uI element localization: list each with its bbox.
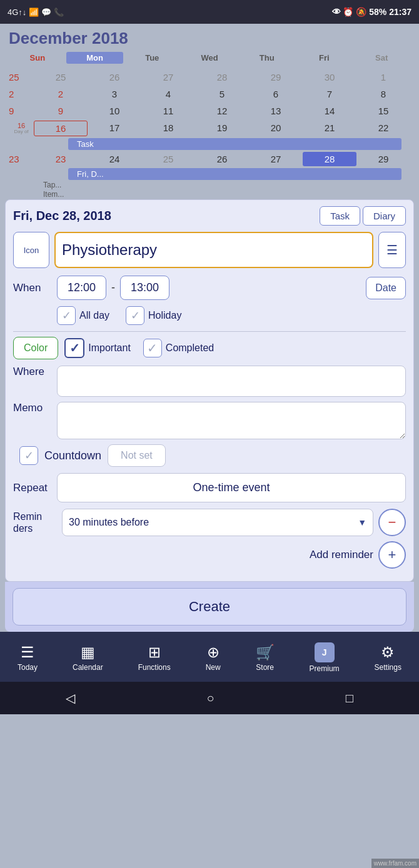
nav-calendar[interactable]: ▦ Calendar xyxy=(73,644,103,672)
menu-button[interactable]: ☰ xyxy=(378,232,406,268)
remove-reminder-button[interactable]: − xyxy=(378,509,406,536)
nav-store[interactable]: 🛒 Store xyxy=(256,644,275,672)
cal-cell-1-7[interactable]: 1 xyxy=(356,70,410,84)
add-reminder-row: Add reminder + xyxy=(13,541,406,569)
cal-cell-2-1[interactable]: 2 xyxy=(34,87,88,101)
cal-row-3: 9 9 10 11 12 13 14 15 xyxy=(0,102,419,119)
cal-cell-4-4[interactable]: 19 xyxy=(195,121,249,136)
cal-cell-5-1[interactable]: 23 xyxy=(34,152,88,166)
plus-icon: + xyxy=(388,547,396,563)
nav-settings[interactable]: ⚙ Settings xyxy=(375,644,401,672)
time-start-button[interactable]: 12:00 xyxy=(57,276,106,300)
holiday-checkbox[interactable]: ✓ xyxy=(126,306,144,325)
item-hint: Item... xyxy=(34,190,410,199)
week-num-2: 2 xyxy=(9,89,34,99)
recent-button[interactable]: □ xyxy=(346,691,353,706)
cal-cell-2-6[interactable]: 7 xyxy=(303,87,356,101)
nav-new[interactable]: ⊕ New xyxy=(206,644,221,672)
time-end-button[interactable]: 13:00 xyxy=(120,276,169,300)
cal-cell-4-7[interactable]: 22 xyxy=(356,121,410,136)
cal-cell-5-2[interactable]: 24 xyxy=(88,152,141,166)
cal-cell-5-6[interactable]: 28 xyxy=(303,152,356,166)
cal-cell-2-3[interactable]: 4 xyxy=(141,87,195,101)
title-row: Icon ☰ xyxy=(13,232,406,268)
cal-cell-1-5[interactable]: 29 xyxy=(249,70,303,84)
cal-cell-3-6[interactable]: 14 xyxy=(303,104,356,118)
repeat-row: Repeat One-time event xyxy=(13,473,406,502)
fri-bar: Fri, D... xyxy=(68,168,401,180)
cal-cell-2-2[interactable]: 3 xyxy=(88,87,141,101)
cal-cell-3-7[interactable]: 15 xyxy=(356,104,410,118)
cal-cell-1-3[interactable]: 27 xyxy=(141,70,195,84)
reminders-label: Reminders xyxy=(13,511,57,534)
signal-icon: 4G↑↓ xyxy=(8,7,26,17)
event-modal: Fri, Dec 28, 2018 Task Diary Icon ☰ When… xyxy=(5,199,414,582)
completed-checkbox[interactable]: ✓ xyxy=(143,339,162,357)
date-button[interactable]: Date xyxy=(366,277,406,299)
cal-cell-1-4[interactable]: 28 xyxy=(195,70,249,84)
cal-cell-1-1[interactable]: 25 xyxy=(34,70,88,84)
modal-header: Fri, Dec 28, 2018 Task Diary xyxy=(13,206,406,226)
cal-cell-5-3[interactable]: 25 xyxy=(141,152,195,166)
nav-functions[interactable]: ⊞ Functions xyxy=(138,644,171,672)
options-row: Color ✓ Important ✓ Completed xyxy=(13,337,406,359)
cal-cell-4-2[interactable]: 17 xyxy=(88,121,141,136)
cal-cell-3-3[interactable]: 11 xyxy=(141,104,195,118)
allday-checkbox[interactable]: ✓ xyxy=(57,306,76,325)
cal-cell-1-6[interactable]: 30 xyxy=(303,70,356,84)
week-num-5: 23 xyxy=(9,154,34,164)
cal-cell-4-6[interactable]: 21 xyxy=(303,121,356,136)
color-button[interactable]: Color xyxy=(13,337,58,359)
nav-premium-label: Premium xyxy=(310,664,340,673)
divider-1 xyxy=(13,331,406,332)
tab-task[interactable]: Task xyxy=(320,206,360,226)
cal-cell-5-4[interactable]: 26 xyxy=(195,152,249,166)
countdown-checkbox[interactable]: ✓ xyxy=(19,446,38,465)
important-checkbox[interactable]: ✓ xyxy=(64,338,84,358)
memo-row: Memo xyxy=(13,402,406,439)
memo-input[interactable] xyxy=(57,402,406,439)
cal-cell-5-7[interactable]: 29 xyxy=(356,152,410,166)
cal-cell-4-1[interactable]: 16 xyxy=(34,121,88,136)
nav-premium[interactable]: J Premium xyxy=(310,642,340,673)
cal-row-1: 25 25 26 27 28 29 30 1 xyxy=(0,69,419,86)
day-header-sun: Sun xyxy=(9,52,66,64)
reminder-select[interactable]: 30 minutes before ▼ xyxy=(62,509,373,536)
cal-cell-3-1[interactable]: 9 xyxy=(34,104,88,118)
cal-cell-4-3[interactable]: 18 xyxy=(141,121,195,136)
cal-cell-2-4[interactable]: 5 xyxy=(195,87,249,101)
premium-icon: J xyxy=(315,642,335,662)
event-title-input[interactable] xyxy=(54,232,373,268)
nav-today[interactable]: ☰ Today xyxy=(18,644,38,672)
task-bar-area: Task xyxy=(0,137,419,151)
cal-cell-1-2[interactable]: 26 xyxy=(88,70,141,84)
icon-button[interactable]: Icon xyxy=(13,232,49,268)
add-reminder-button[interactable]: + xyxy=(378,541,406,569)
home-button[interactable]: ○ xyxy=(206,691,214,706)
cal-cells-3: 9 10 11 12 13 14 15 xyxy=(34,104,410,118)
cal-cell-3-4[interactable]: 12 xyxy=(195,104,249,118)
today-icon: ☰ xyxy=(21,644,34,661)
repeat-select-button[interactable]: One-time event xyxy=(57,473,406,502)
nav-new-label: New xyxy=(206,663,221,672)
fri-bar-area: Fri, D... Tap... Item... xyxy=(0,167,419,199)
cal-cells-5: 23 24 25 26 27 28 29 xyxy=(34,152,410,166)
allday-label: All day xyxy=(79,310,109,321)
cal-cell-3-5[interactable]: 13 xyxy=(249,104,303,118)
reminder-row: Reminders 30 minutes before ▼ − xyxy=(13,509,406,536)
cal-cell-2-7[interactable]: 8 xyxy=(356,87,410,101)
status-icons: 👁 ⏰ 🔕 xyxy=(332,7,370,17)
cal-cell-5-5[interactable]: 27 xyxy=(249,152,303,166)
tab-diary[interactable]: Diary xyxy=(363,206,406,226)
countdown-notset-button[interactable]: Not set xyxy=(108,444,166,467)
where-input[interactable] xyxy=(57,366,406,397)
create-button[interactable]: Create xyxy=(13,588,406,626)
settings-icon: ⚙ xyxy=(381,644,395,661)
cal-cell-4-5[interactable]: 20 xyxy=(249,121,303,136)
cal-cell-3-2[interactable]: 10 xyxy=(88,104,141,118)
nav-functions-label: Functions xyxy=(138,663,171,672)
countdown-row: ✓ Countdown Not set xyxy=(19,444,406,467)
cal-cell-2-5[interactable]: 6 xyxy=(249,87,303,101)
back-button[interactable]: ◁ xyxy=(66,691,75,706)
time: 21:37 xyxy=(389,7,411,17)
